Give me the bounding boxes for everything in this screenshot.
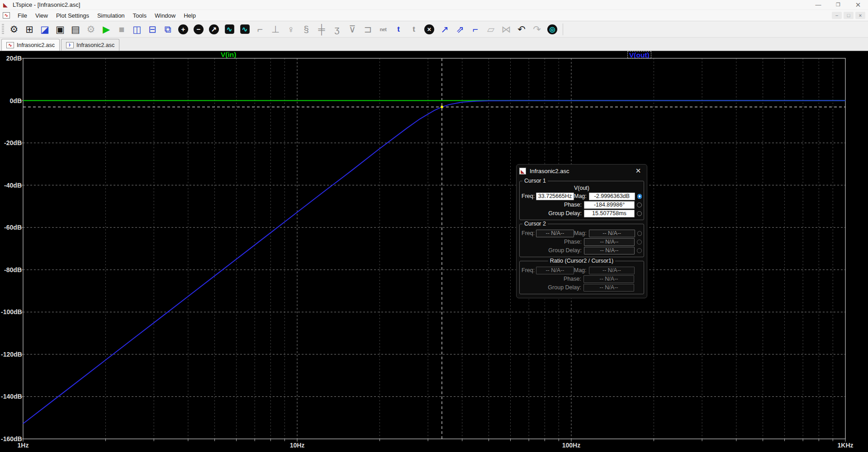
cursor1-group-delay-field[interactable]: 15.507758ms <box>584 210 635 217</box>
simulation-settings-icon[interactable]: ⚙ <box>84 23 98 36</box>
y-tick-label: -100dB <box>1 308 22 315</box>
menu-file[interactable]: File <box>14 11 31 20</box>
cursor1-phase-radio[interactable] <box>637 202 642 207</box>
toolbar-grip[interactable] <box>2 24 4 35</box>
capacitor-icon-glyph: ╪ <box>318 24 325 34</box>
minimize-button[interactable]: — <box>808 0 828 9</box>
ratio-group-delay-field[interactable]: -- N/A-- <box>583 284 634 292</box>
menu-bar: ∿ File View Plot Settings Simulation Too… <box>0 10 868 21</box>
waveform-tab-icon: ∿ <box>6 42 14 48</box>
redo-icon-glyph: ↷ <box>533 24 541 34</box>
cursor2-group-delay-radio[interactable] <box>637 248 642 253</box>
cursor1-mag-radio[interactable] <box>637 194 642 199</box>
tab-waveform-infrasonic2[interactable]: ∿ Infrasonic2.asc <box>1 39 60 51</box>
ratio-group-delay-label: Group Delay: <box>522 284 583 291</box>
cursor1-group-delay-radio[interactable] <box>637 211 642 216</box>
halt-icon-glyph: ■ <box>119 24 125 34</box>
drag-icon[interactable]: ⇗ <box>453 23 467 36</box>
y-tick-label: -20dB <box>1 139 22 146</box>
mirror-icon[interactable]: ⋈ <box>499 23 513 36</box>
cascade-windows-icon[interactable]: ⧉ <box>161 23 175 36</box>
close-button[interactable]: ✕ <box>848 0 868 9</box>
menu-simulation[interactable]: Simulation <box>93 11 129 20</box>
schematic-tab-icon: ⊦ <box>66 42 74 48</box>
cursor-dialog-close-icon[interactable]: ✕ <box>632 166 644 175</box>
tab-bar: ∿ Infrasonic2.asc ⊦ Infrasonic2.asc <box>0 38 868 51</box>
label-net-icon-glyph: ♀ <box>287 24 294 34</box>
cursor-dialog[interactable]: ◣ Infrasonic2.asc ✕ Cursor 1 V(out) Freq… <box>516 164 647 298</box>
cursor2-phase-field[interactable]: -- N/A-- <box>584 238 635 246</box>
cursor-dialog-title: Infrasonic2.asc <box>530 168 632 174</box>
pan-zoom-icon[interactable]: ∿ <box>238 23 251 36</box>
cursor2-group-delay-field[interactable]: -- N/A-- <box>584 247 635 254</box>
label-net-icon[interactable]: ♀ <box>284 23 298 36</box>
cursor2-mag-radio[interactable] <box>637 231 642 236</box>
autorange-y-icon[interactable]: ∿ <box>223 23 236 36</box>
cursor1-phase-field[interactable]: -184.89986° <box>584 201 635 209</box>
cursor2-phase-label: Phase: <box>522 239 584 245</box>
text-icon[interactable]: t <box>392 23 405 36</box>
mdi-close-button[interactable]: × <box>855 12 865 19</box>
menu-view[interactable]: View <box>31 11 52 20</box>
ratio-mag-field[interactable]: -- N/A-- <box>589 267 635 274</box>
resistor-icon[interactable]: § <box>299 23 313 36</box>
zoom-extents-icon[interactable]: ↗ <box>207 23 221 36</box>
zoom-out-icon[interactable]: − <box>192 23 205 36</box>
ratio-mag-label: Mag: <box>574 267 589 273</box>
cursor1-mag-label: Mag: <box>574 193 589 199</box>
cursor1-marker[interactable] <box>441 106 443 108</box>
print-icon[interactable]: ▤ <box>69 23 82 36</box>
menu-tools[interactable]: Tools <box>129 11 151 20</box>
ratio-freq-field[interactable]: -- N/A-- <box>536 267 574 274</box>
cursor2-group: Cursor 2 Freq: -- N/A-- Mag: -- N/A-- Ph… <box>519 224 644 257</box>
move-icon[interactable]: ↗ <box>438 23 451 36</box>
paste-icon[interactable]: ▱ <box>484 23 498 36</box>
spice-directive-icon-glyph: t <box>413 25 415 34</box>
new-schematic-icon[interactable]: ⊞ <box>23 23 36 36</box>
tab-schematic-infrasonic2[interactable]: ⊦ Infrasonic2.asc <box>61 39 119 51</box>
cursor2-freq-field[interactable]: -- N/A-- <box>536 230 574 237</box>
menu-window[interactable]: Window <box>151 11 180 20</box>
capacitor-icon[interactable]: ╪ <box>315 23 328 36</box>
halt-icon[interactable]: ■ <box>115 23 128 36</box>
open-icon[interactable]: ◪ <box>38 23 52 36</box>
ltspice-app-icon: ◣ <box>3 1 10 8</box>
cursor-dialog-titlebar[interactable]: ◣ Infrasonic2.asc ✕ <box>517 165 647 177</box>
cursor1-freq-field[interactable]: 33.725665Hz <box>536 193 574 200</box>
restore-button[interactable]: ❐ <box>828 0 848 9</box>
autorange-y-icon-glyph: ∿ <box>225 24 234 34</box>
ground-icon[interactable]: ⊥ <box>269 23 282 36</box>
ground-icon-glyph: ⊥ <box>271 24 280 34</box>
menu-help[interactable]: Help <box>180 11 200 20</box>
redo-icon[interactable]: ↷ <box>530 23 544 36</box>
ratio-phase-field[interactable]: -- N/A-- <box>583 275 634 283</box>
net-text-icon[interactable]: net <box>376 23 390 36</box>
control-panel-icon[interactable]: ⚙ <box>7 23 21 36</box>
delete-icon[interactable]: × <box>422 23 436 36</box>
mdi-restore-button[interactable]: □ <box>844 12 854 19</box>
tile-vertically-icon[interactable]: ◫ <box>130 23 144 36</box>
cursor2-phase-radio[interactable] <box>637 240 642 245</box>
bode-plot-canvas[interactable] <box>0 51 868 452</box>
wire-icon[interactable]: ⌐ <box>253 23 267 36</box>
mdi-minimize-button[interactable]: – <box>832 12 842 19</box>
undo-icon[interactable]: ↶ <box>515 23 528 36</box>
waveform-plot-pane[interactable]: V(in) V(out) 20dB0dB-20dB-40dB-60dB-80dB… <box>0 51 868 452</box>
save-icon[interactable]: ▣ <box>53 23 67 36</box>
find-icon[interactable]: ◎ <box>545 23 559 36</box>
diode-icon[interactable]: ⊽ <box>346 23 359 36</box>
menu-plot-settings[interactable]: Plot Settings <box>52 11 93 20</box>
cursor1-mag-field[interactable]: -2.9996363dB <box>589 193 635 200</box>
zoom-in-icon[interactable]: + <box>176 23 190 36</box>
component-icon[interactable]: ⊐ <box>361 23 375 36</box>
spice-directive-icon[interactable]: t <box>407 23 421 36</box>
tile-horizontally-icon[interactable]: ⊟ <box>146 23 159 36</box>
y-tick-label: -120dB <box>1 351 22 358</box>
inductor-icon[interactable]: ʒ <box>330 23 344 36</box>
zoom-out-icon-glyph: − <box>194 24 204 34</box>
title-bar[interactable]: ◣ LTspice - [Infrasonic2.asc] — ❐ ✕ <box>0 0 868 10</box>
cursor2-mag-field[interactable]: -- N/A-- <box>589 230 635 237</box>
run-icon[interactable]: ▶ <box>100 23 113 36</box>
tab-label: Infrasonic2.asc <box>76 42 114 48</box>
stretch-wire-icon[interactable]: ⌐ <box>469 23 482 36</box>
